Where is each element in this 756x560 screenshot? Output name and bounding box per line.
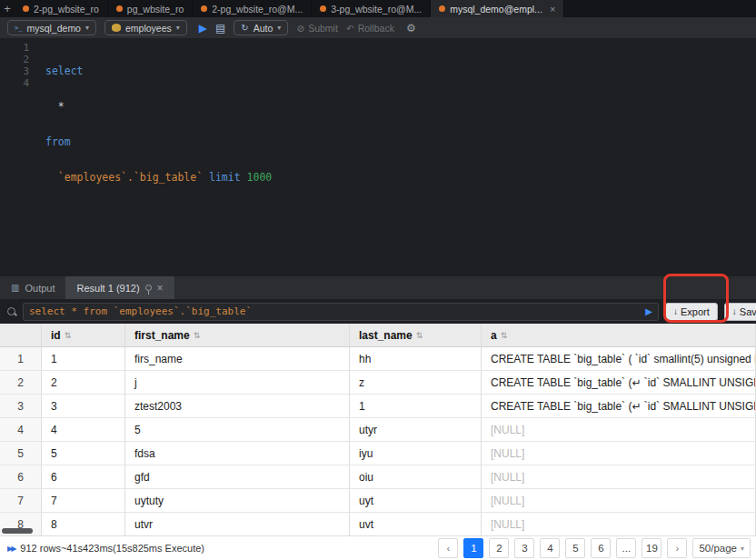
- new-tab-button[interactable]: +: [0, 0, 15, 17]
- cell-first-name[interactable]: firs_name: [125, 347, 350, 371]
- fast-forward-icon: ▶▶: [7, 545, 15, 553]
- table-row[interactable]: 8 8 utvr uvt [NULL]: [0, 513, 756, 535]
- cell-id[interactable]: 3: [42, 395, 125, 418]
- table-row[interactable]: 5 5 fdsa iyu [NULL]: [0, 442, 756, 465]
- close-result-icon[interactable]: ×: [157, 282, 164, 295]
- cell-last-name[interactable]: hh: [350, 347, 482, 371]
- tab-2-pg-wbsite-ro-m[interactable]: 2-pg_wbsite_ro@M...: [193, 0, 312, 17]
- column-header-last-name[interactable]: last_name⇅: [350, 324, 482, 347]
- cell-a[interactable]: [NULL]: [482, 489, 756, 513]
- table-row[interactable]: 6 6 gfd oiu [NULL]: [0, 465, 756, 489]
- column-header-id[interactable]: id⇅: [42, 324, 125, 347]
- close-tab-icon[interactable]: ×: [550, 4, 555, 15]
- prev-page-button[interactable]: ‹: [438, 538, 458, 558]
- code-line: from: [45, 136, 272, 148]
- cell-first-name[interactable]: 5: [125, 418, 350, 442]
- cell-id[interactable]: 8: [42, 513, 125, 535]
- commit-mode-value: Auto: [254, 23, 274, 34]
- table-row[interactable]: 1 1 firs_name hh CREATE TABLE `big_table…: [0, 347, 756, 371]
- cell-id[interactable]: 6: [42, 465, 125, 489]
- gear-icon[interactable]: ⚙: [406, 22, 416, 35]
- page-ellipsis[interactable]: ...: [616, 538, 636, 558]
- page-size-select[interactable]: 50/page ▾: [692, 538, 751, 558]
- database-icon: [112, 24, 121, 32]
- cell-id[interactable]: 5: [42, 442, 125, 465]
- cell-first-name[interactable]: gfd: [125, 465, 350, 489]
- cell-last-name[interactable]: oiu: [350, 465, 482, 489]
- tab-output[interactable]: ▥ Output: [0, 276, 65, 299]
- query-filter-box: ▶: [23, 303, 659, 321]
- commit-mode-select[interactable]: ↻ Auto ▾: [234, 20, 288, 35]
- horizontal-scrollbar-thumb[interactable]: [2, 528, 33, 534]
- cell-a[interactable]: [NULL]: [482, 513, 756, 535]
- cell-last-name[interactable]: uvt: [350, 513, 482, 535]
- run-filter-icon[interactable]: ▶: [645, 306, 652, 316]
- cell-id[interactable]: 4: [42, 418, 125, 442]
- chevron-down-icon: ▾: [85, 24, 89, 32]
- next-page-button[interactable]: ›: [667, 538, 687, 558]
- cell-last-name[interactable]: z: [350, 371, 482, 395]
- sort-icon[interactable]: ⇅: [194, 331, 201, 340]
- save-button[interactable]: ↓ Save: [724, 303, 756, 321]
- sql-editor[interactable]: 1 2 3 4 select * from `employees`.`big_t…: [0, 38, 756, 276]
- cell-a[interactable]: [NULL]: [482, 465, 756, 489]
- column-header-first-name[interactable]: first_name⇅: [125, 324, 350, 347]
- cell-first-name[interactable]: utvr: [125, 513, 350, 535]
- pin-icon[interactable]: [145, 285, 152, 291]
- cell-a[interactable]: CREATE TABLE `big_table` (↵ `id` SMALLIN…: [482, 371, 756, 395]
- table-row[interactable]: 7 7 uytuty uyt [NULL]: [0, 489, 756, 513]
- sort-icon[interactable]: ⇅: [65, 331, 72, 340]
- rollback-button[interactable]: ↶ Rollback: [346, 23, 394, 34]
- sort-icon[interactable]: ⇅: [501, 331, 508, 340]
- page-button-1[interactable]: 1: [463, 538, 483, 558]
- table-row[interactable]: 4 4 5 utyr [NULL]: [0, 418, 756, 442]
- cell-first-name[interactable]: ztest2003: [125, 395, 350, 418]
- rollback-icon: ↶: [346, 23, 354, 34]
- database-select[interactable]: employees ▾: [104, 20, 187, 35]
- cell-a[interactable]: CREATE TABLE `big_table` ( `id` smallint…: [482, 347, 756, 371]
- line-number: 1: [0, 42, 29, 54]
- cell-a[interactable]: CREATE TABLE `big_table` (↵ `id` SMALLIN…: [482, 395, 756, 418]
- submit-button[interactable]: ⊘ Submit: [296, 23, 338, 34]
- table-row[interactable]: 3 3 ztest2003 1 CREATE TABLE `big_table`…: [0, 395, 756, 418]
- cell-id[interactable]: 1: [42, 347, 125, 371]
- cell-id[interactable]: 2: [42, 371, 125, 395]
- cell-last-name[interactable]: 1: [350, 395, 482, 418]
- run-query-button[interactable]: ▶: [199, 22, 207, 35]
- row-count-text: 912 rows~41s423ms(15s825ms Execute): [20, 543, 204, 554]
- connection-select[interactable]: >_ mysql_demo ▾: [7, 20, 96, 35]
- result-filter-bar: ▶ ↓ Export ↓ Save: [0, 299, 756, 324]
- cell-first-name[interactable]: fdsa: [125, 442, 350, 465]
- cell-first-name[interactable]: uytuty: [125, 489, 350, 513]
- connection-dot-icon: [201, 5, 207, 12]
- line-number: 3: [0, 65, 29, 77]
- cell-id[interactable]: 7: [42, 489, 125, 513]
- table-row[interactable]: 2 2 j z CREATE TABLE `big_table` (↵ `id`…: [0, 371, 756, 395]
- page-button-6[interactable]: 6: [591, 538, 611, 558]
- sort-icon[interactable]: ⇅: [416, 331, 423, 340]
- export-button[interactable]: ↓ Export: [665, 303, 718, 321]
- tab-pg-wbsite-ro[interactable]: pg_wbsite_ro: [108, 0, 193, 17]
- cell-a[interactable]: [NULL]: [482, 442, 756, 465]
- column-header-a[interactable]: a⇅: [482, 324, 756, 347]
- cell-last-name[interactable]: iyu: [350, 442, 482, 465]
- cell-last-name[interactable]: uyt: [350, 489, 482, 513]
- status-bar: ▶▶ 912 rows~41s423ms(15s825ms Execute) ‹…: [0, 535, 756, 560]
- tab-3-pg-wbsite-ro-m[interactable]: 3-pg_wbsite_ro@M...: [312, 0, 431, 17]
- cell-last-name[interactable]: utyr: [350, 418, 482, 442]
- page-button-3[interactable]: 3: [514, 538, 534, 558]
- page-button-5[interactable]: 5: [565, 538, 585, 558]
- sql-code[interactable]: select * from `employees`.`big_table` li…: [40, 38, 272, 276]
- tab-result-1[interactable]: Result 1 (912) ×: [65, 276, 174, 299]
- script-icon[interactable]: ▤: [215, 22, 225, 35]
- result-grid: id⇅ first_name⇅ last_name⇅ a⇅ 1 1 firs_n…: [0, 324, 756, 535]
- page-button-2[interactable]: 2: [489, 538, 509, 558]
- tab-mysql-demo-active[interactable]: mysql_demo@empl... ×: [431, 0, 564, 17]
- chevron-down-icon: ▾: [176, 24, 180, 32]
- tab-2-pg-wbsite-ro[interactable]: 2-pg_wbsite_ro: [15, 0, 108, 17]
- page-button-4[interactable]: 4: [540, 538, 560, 558]
- cell-first-name[interactable]: j: [125, 371, 350, 395]
- cell-a[interactable]: [NULL]: [482, 418, 756, 442]
- query-filter-input[interactable]: [29, 305, 640, 317]
- page-button-19[interactable]: 19: [642, 538, 662, 558]
